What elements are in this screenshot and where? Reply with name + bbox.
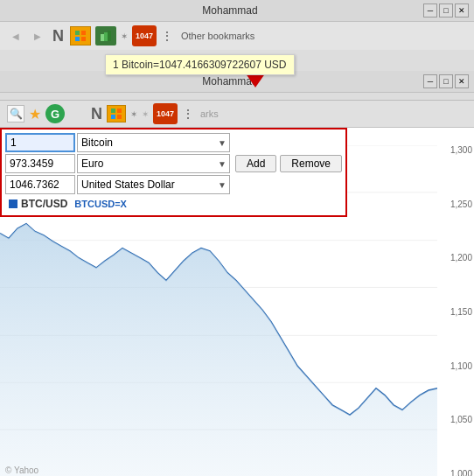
star-icon[interactable]: ★ (29, 106, 41, 122)
converter-row-2: Euro ▼ Add Remove (5, 154, 342, 173)
currency-select-wrapper-3: United States Dollar ▼ (77, 175, 230, 194)
bookmark-icon-2[interactable] (107, 105, 126, 122)
close-btn-2[interactable]: ✕ (455, 74, 469, 88)
window-controls-1: ─ □ ✕ (423, 4, 469, 18)
separator-1: ✶ (121, 32, 128, 41)
bookmarks-label: arks (200, 108, 219, 119)
yahoo-watermark: © Yahoo (5, 466, 38, 475)
maximize-btn-2[interactable]: □ (439, 74, 453, 88)
nav-icon-1[interactable] (69, 105, 87, 122)
title-bar-1: Mohammad ─ □ ✕ (0, 0, 474, 22)
toolbar-2: 🔍 ★ G N ✶ ✶ 1047 ⋮ arks (0, 101, 474, 128)
y-label-1150: 1,150 (450, 307, 472, 317)
converter-row-3: United States Dollar ▼ (5, 175, 342, 194)
ext-badge-1: 1047 (136, 32, 153, 40)
window-title-1: Mohammad (5, 4, 420, 17)
svg-rect-7 (111, 108, 115, 113)
forward-icon[interactable]: ▶ (29, 27, 46, 45)
svg-rect-4 (101, 34, 104, 41)
n-icon-2: N (91, 105, 102, 123)
maximize-btn-1[interactable]: □ (439, 4, 453, 18)
converter-panel: Bitcoin ▼ Euro ▼ Add Remove (0, 128, 347, 217)
value-input-2[interactable] (5, 154, 75, 173)
ext-icon-2[interactable]: 1047 (153, 103, 178, 124)
y-label-1200: 1,200 (450, 253, 472, 262)
currency-select-wrapper-2: Euro ▼ (77, 154, 230, 173)
action-buttons: Add Remove (235, 155, 342, 172)
y-label-1050: 1,050 (450, 415, 472, 424)
close-btn-1[interactable]: ✕ (455, 4, 469, 18)
add-button[interactable]: Add (235, 155, 276, 172)
main-content: 1,300 1,250 1,200 1,150 1,100 1,050 1,00… (0, 128, 474, 476)
g-icon[interactable]: G (45, 104, 65, 123)
other-bookmarks: Other bookmarks (181, 31, 254, 41)
browser-chrome-1: Mohammad ─ □ ✕ ◀ ▶ N ✶ 1047 ⋮ Other book… (0, 0, 474, 101)
y-label-1250: 1,250 (450, 200, 472, 209)
svg-rect-2 (75, 37, 80, 41)
y-label-1000: 1,000 (450, 469, 472, 476)
svg-rect-10 (117, 115, 122, 119)
window-controls-2: ─ □ ✕ (423, 74, 469, 88)
minimize-btn-1[interactable]: ─ (423, 4, 437, 18)
separator-2: ✶ (130, 109, 137, 119)
nav-icon-3[interactable]: ✶ (142, 109, 149, 119)
zoom-icon[interactable]: 🔍 (7, 105, 24, 122)
currency-select-wrapper-1: Bitcoin ▼ (77, 133, 230, 152)
value-input-3[interactable] (5, 175, 75, 194)
more-btn-1[interactable]: ⋮ (161, 29, 173, 43)
converter-row-1: Bitcoin ▼ (5, 133, 342, 152)
toolbar-1: ◀ ▶ N ✶ 1047 ⋮ Other bookmarks (0, 22, 474, 50)
currency-select-2[interactable]: Euro (77, 154, 230, 173)
ext-icon-1[interactable]: 1047 (132, 25, 157, 46)
window-title-2: Mohammad (5, 75, 420, 88)
green-icon[interactable] (95, 26, 116, 46)
currency-select-3[interactable]: United States Dollar (77, 175, 230, 194)
svg-rect-1 (81, 31, 86, 35)
tooltip-box: 1 Bitcoin=1047.4166309722607 USD (105, 54, 295, 75)
back-icon[interactable]: ◀ (7, 27, 24, 45)
n-icon: N (52, 27, 64, 46)
svg-rect-8 (117, 108, 122, 113)
tooltip-text: 1 Bitcoin=1047.4166309722607 USD (113, 59, 287, 71)
y-label-1300: 1,300 (450, 145, 472, 155)
svg-rect-6 (108, 31, 111, 41)
bookmark-icon[interactable] (70, 26, 91, 46)
svg-rect-5 (104, 32, 108, 41)
btc-ticker-link[interactable]: BTCUSD=X (74, 199, 127, 209)
svg-rect-9 (111, 115, 115, 119)
ext-badge-2: 1047 (157, 109, 174, 118)
remove-button[interactable]: Remove (280, 155, 342, 172)
svg-rect-0 (75, 31, 80, 35)
svg-rect-3 (81, 37, 86, 41)
minimize-btn-2[interactable]: ─ (423, 74, 437, 88)
btc-label-row: BTC/USD BTCUSD=X (5, 196, 342, 212)
currency-select-1[interactable]: Bitcoin (77, 133, 230, 152)
y-axis: 1,300 1,250 1,200 1,150 1,100 1,050 1,00… (439, 145, 474, 476)
value-input-1[interactable] (5, 133, 75, 152)
y-label-1100: 1,100 (450, 361, 472, 371)
btc-color-dot (9, 200, 17, 208)
btc-symbol: BTC/USD (21, 198, 67, 210)
more-btn-2[interactable]: ⋮ (182, 107, 194, 121)
